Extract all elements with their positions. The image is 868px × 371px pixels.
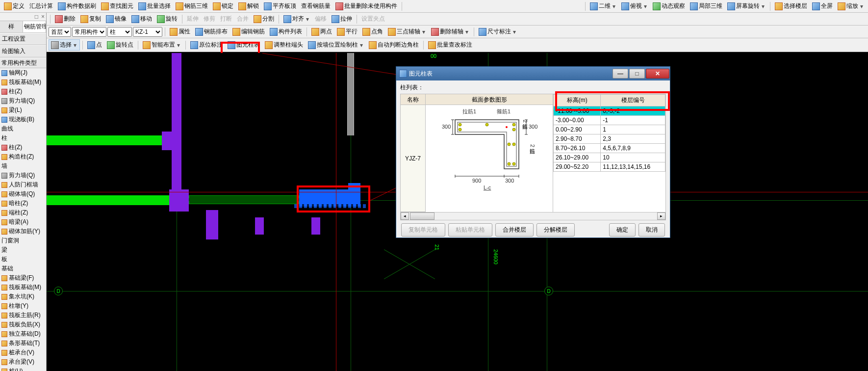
btn-batchsel[interactable]: 批量选择: [136, 1, 173, 11]
type-select[interactable]: 柱: [107, 27, 132, 37]
btn-smartplace[interactable]: 智能布置▾: [141, 40, 183, 50]
table-row[interactable]: 0.00~2.901: [554, 125, 665, 134]
scroll-left-icon[interactable]: ◂: [401, 212, 409, 220]
dialog-titlebar[interactable]: 图元柱表 — □ ✕: [396, 67, 670, 80]
tree-item[interactable]: 构造柱(Z): [0, 152, 46, 161]
close-button[interactable]: ✕: [646, 69, 669, 79]
tree-category[interactable]: 柱: [0, 133, 46, 143]
btn-stretch[interactable]: 拉伸: [330, 14, 354, 24]
btn-split[interactable]: 分割: [252, 14, 276, 24]
btn-rebar3d[interactable]: 钢筋三维: [174, 1, 210, 11]
btn-split-floor[interactable]: 分解楼层: [536, 223, 575, 237]
tree-category[interactable]: 板: [0, 255, 46, 264]
btn-paste-cell[interactable]: 粘贴单元格: [448, 223, 492, 237]
btn-merge[interactable]: 合并: [235, 14, 251, 24]
floor-select[interactable]: 首层: [49, 27, 71, 37]
btn-merge-floor[interactable]: 合并楼层: [495, 223, 534, 237]
btn-viewrebar[interactable]: 查看钢筋量: [299, 1, 332, 11]
tree-item[interactable]: 剪力墙(Q): [0, 96, 46, 106]
btn-batchdel[interactable]: 批量删除未使用构件: [333, 1, 399, 11]
btn-zoom[interactable]: 缩放▾: [836, 1, 866, 11]
tree-item[interactable]: 暗梁(A): [0, 217, 46, 227]
tree-item[interactable]: 独立基础(D): [0, 329, 46, 339]
table-row[interactable]: 2.90~8.702,3: [554, 134, 665, 144]
section-draw-input[interactable]: 绘图输入: [0, 45, 46, 57]
category-select[interactable]: 常用构件: [72, 27, 106, 37]
btn-rebar-layout[interactable]: 钢筋排布: [193, 26, 230, 37]
btn-pointangle[interactable]: 点角: [360, 26, 385, 37]
tree-item[interactable]: 筏板负筋(X): [0, 320, 46, 329]
tree-item[interactable]: 基础梁(F): [0, 273, 46, 283]
tree-category[interactable]: 梁: [0, 245, 46, 255]
btn-delete[interactable]: 删除: [53, 14, 77, 24]
btn-point[interactable]: 点: [85, 40, 104, 50]
tree-item[interactable]: 轴网(J): [0, 68, 46, 78]
tab-sample[interactable]: 样: [0, 21, 23, 32]
btn-find[interactable]: 查找图元: [99, 1, 135, 11]
btn-offset[interactable]: 偏移: [313, 14, 329, 24]
btn-orbit[interactable]: 动态观察: [651, 1, 687, 11]
minimize-button[interactable]: —: [613, 69, 628, 79]
code-select[interactable]: KZ-1: [133, 27, 162, 37]
btn-ok[interactable]: 确定: [609, 223, 636, 237]
btn-edit-rebar[interactable]: 编辑钢筋: [230, 26, 267, 37]
column-element[interactable]: [255, 217, 264, 235]
btn-props[interactable]: 属性: [168, 26, 192, 37]
panel-dock-icon[interactable]: □: [35, 13, 38, 20]
beam-element[interactable]: [47, 135, 162, 145]
tree-item[interactable]: 人防门框墙: [0, 180, 46, 189]
tree-item[interactable]: 砌体墙(Q): [0, 189, 46, 199]
btn-auto-corner[interactable]: 自动判断边角柱: [367, 40, 421, 50]
tree-category[interactable]: 曲线: [0, 124, 46, 133]
btn-local3d[interactable]: 局部三维: [688, 1, 724, 11]
btn-batch-annot[interactable]: 批量查改标注: [426, 40, 474, 50]
tree-item[interactable]: 条形基础(T): [0, 339, 46, 348]
btn-rotate-screen[interactable]: 屏幕旋转▾: [725, 1, 767, 11]
scroll-thumb[interactable]: [410, 212, 434, 220]
tree-item[interactable]: 筏板基础(M): [0, 78, 46, 87]
btn-del-aux[interactable]: 删除辅轴▾: [429, 26, 471, 37]
tree-category[interactable]: 门窗洞: [0, 236, 46, 245]
table-row[interactable]: 26.10~29.0010: [554, 153, 665, 162]
column-element[interactable]: [311, 217, 320, 235]
btn-rotate[interactable]: 旋转: [155, 14, 179, 24]
table-row[interactable]: -3.00~0.00-1: [554, 116, 665, 125]
btn-cancel[interactable]: 取消: [638, 223, 665, 237]
tree-item[interactable]: 柱墩(Y): [0, 301, 46, 311]
btn-mirror[interactable]: 镜像: [104, 14, 128, 24]
btn-threepoint[interactable]: 三点辅轴▾: [386, 26, 428, 37]
btn-define[interactable]: 定义: [2, 1, 26, 11]
tree-category[interactable]: 基础: [0, 264, 46, 273]
btn-select[interactable]: 选择▾: [49, 39, 80, 51]
beam-element[interactable]: [47, 195, 169, 205]
tree-item[interactable]: 筏板主筋(R): [0, 311, 46, 320]
tree-item[interactable]: 梁(L): [0, 106, 46, 115]
row-name[interactable]: YJZ-7: [401, 105, 425, 212]
btn-by-wall[interactable]: 按墙位置绘制柱▾: [306, 40, 366, 50]
btn-sumcalc[interactable]: 汇总计算: [27, 1, 55, 11]
wall-element[interactable]: [347, 53, 354, 135]
btn-selfloor[interactable]: 选择楼层: [773, 1, 809, 11]
horizontal-scrollbar[interactable]: ◂ ▸: [400, 212, 666, 220]
btn-twopoint[interactable]: 两点: [309, 26, 334, 37]
btn-trim[interactable]: 修剪: [202, 14, 217, 24]
tree-item[interactable]: 筏板基础(M): [0, 283, 46, 292]
btn-dim[interactable]: 尺寸标注▾: [477, 26, 519, 37]
btn-comp-list[interactable]: 构件列表: [268, 26, 304, 37]
btn-unlock[interactable]: 解锁: [236, 1, 261, 11]
btn-parallel[interactable]: 平行: [335, 26, 359, 37]
tree-item[interactable]: 桩承台(V): [0, 348, 46, 357]
tree-item[interactable]: 桩(U): [0, 367, 46, 371]
tree-item[interactable]: 剪力墙(Q): [0, 171, 46, 180]
tree-item[interactable]: 现浇板(B): [0, 115, 46, 124]
btn-lock[interactable]: 锁定: [211, 1, 235, 11]
btn-fullscreen[interactable]: 全屏: [810, 1, 835, 11]
scroll-right-icon[interactable]: ▸: [657, 212, 665, 220]
tree-item[interactable]: 柱(Z): [0, 87, 46, 96]
tab-rebar-mgmt[interactable]: 钢筋管理: [23, 21, 46, 32]
btn-break[interactable]: 打断: [218, 14, 234, 24]
tree-item[interactable]: 集水坑(K): [0, 292, 46, 301]
column-element[interactable]: [172, 53, 181, 195]
btn-align[interactable]: 对齐▾: [281, 14, 312, 24]
tree-item[interactable]: 暗柱(Z): [0, 199, 46, 208]
